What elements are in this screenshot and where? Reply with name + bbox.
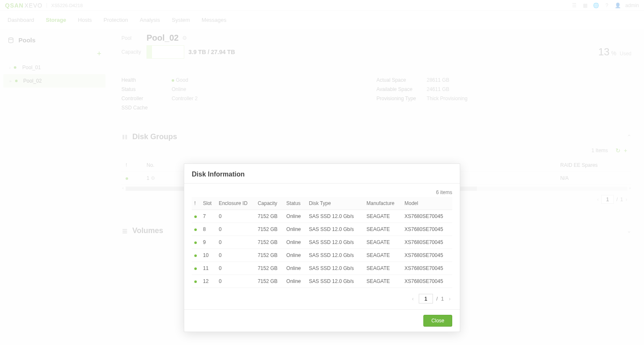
cell-capacity: 7152 GB	[255, 236, 283, 249]
cell-model: XS7680SE70045	[402, 223, 452, 236]
disk-col-header: Enclosure ID	[216, 197, 255, 210]
cell-slot: 7	[201, 210, 216, 223]
status-dot-icon	[194, 254, 197, 257]
disk-col-header: Status	[284, 197, 307, 210]
cell-disk-type: SAS SSD 12.0 Gb/s	[307, 249, 364, 262]
cell-capacity: 7152 GB	[255, 249, 283, 262]
disk-col-header: Capacity	[255, 197, 283, 210]
pager-next-icon[interactable]: ›	[447, 296, 452, 302]
table-row[interactable]: 1007152 GBOnlineSAS SSD 12.0 Gb/sSEAGATE…	[192, 249, 452, 262]
cell-model: XS7680SE70045	[402, 236, 452, 249]
modal-title: Disk Information	[184, 164, 460, 184]
cell-disk-type: SAS SSD 12.0 Gb/s	[307, 223, 364, 236]
cell-capacity: 7152 GB	[255, 223, 283, 236]
pager-page-input[interactable]	[419, 294, 433, 303]
disk-table-header: !SlotEnclosure IDCapacityStatusDisk Type…	[192, 197, 452, 210]
cell-model: XS7680SE70045	[402, 262, 452, 275]
close-button[interactable]: Close	[423, 315, 452, 327]
cell-status: Online	[284, 236, 307, 249]
cell-disk-type: SAS SSD 12.0 Gb/s	[307, 275, 364, 288]
disk-info-modal: Disk Information 6 items !SlotEnclosure …	[184, 163, 460, 332]
disk-table: !SlotEnclosure IDCapacityStatusDisk Type…	[192, 197, 452, 288]
cell-enclosure: 0	[216, 249, 255, 262]
table-row[interactable]: 1107152 GBOnlineSAS SSD 12.0 Gb/sSEAGATE…	[192, 262, 452, 275]
pager-sep: /	[436, 296, 438, 302]
cell-disk-type: SAS SSD 12.0 Gb/s	[307, 210, 364, 223]
cell-capacity: 7152 GB	[255, 275, 283, 288]
disk-col-header: Slot	[201, 197, 216, 210]
cell-capacity: 7152 GB	[255, 210, 283, 223]
disk-col-header: Disk Type	[307, 197, 364, 210]
cell-manufacture: SEAGATE	[364, 262, 402, 275]
cell-slot: 12	[201, 275, 216, 288]
disk-col-header: !	[192, 197, 201, 210]
cell-enclosure: 0	[216, 275, 255, 288]
cell-capacity: 7152 GB	[255, 262, 283, 275]
cell-status: Online	[284, 223, 307, 236]
cell-enclosure: 0	[216, 262, 255, 275]
cell-manufacture: SEAGATE	[364, 210, 402, 223]
cell-slot: 9	[201, 236, 216, 249]
status-dot-icon	[194, 280, 197, 283]
cell-slot: 11	[201, 262, 216, 275]
cell-manufacture: SEAGATE	[364, 249, 402, 262]
table-row[interactable]: 1207152 GBOnlineSAS SSD 12.0 Gb/sSEAGATE…	[192, 275, 452, 288]
table-row[interactable]: 907152 GBOnlineSAS SSD 12.0 Gb/sSEAGATEX…	[192, 236, 452, 249]
status-dot-icon	[194, 228, 197, 231]
cell-status: Online	[284, 210, 307, 223]
cell-enclosure: 0	[216, 223, 255, 236]
cell-status: Online	[284, 275, 307, 288]
disk-col-header: Manufacture	[364, 197, 402, 210]
pager-prev-icon[interactable]: ‹	[410, 296, 415, 302]
disk-col-header: Model	[402, 197, 452, 210]
cell-enclosure: 0	[216, 210, 255, 223]
modal-overlay: Disk Information 6 items !SlotEnclosure …	[0, 0, 644, 345]
status-dot-icon	[194, 215, 197, 218]
cell-status: Online	[284, 249, 307, 262]
cell-disk-type: SAS SSD 12.0 Gb/s	[307, 236, 364, 249]
table-row[interactable]: 807152 GBOnlineSAS SSD 12.0 Gb/sSEAGATEX…	[192, 223, 452, 236]
cell-manufacture: SEAGATE	[364, 223, 402, 236]
cell-model: XS7680SE70045	[402, 275, 452, 288]
cell-manufacture: SEAGATE	[364, 275, 402, 288]
modal-items-count: 6 items	[192, 188, 452, 197]
status-dot-icon	[194, 241, 197, 244]
modal-pager: ‹ / 1 ›	[192, 288, 452, 309]
cell-disk-type: SAS SSD 12.0 Gb/s	[307, 262, 364, 275]
cell-manufacture: SEAGATE	[364, 236, 402, 249]
cell-model: XS7680SE70045	[402, 210, 452, 223]
cell-model: XS7680SE70045	[402, 249, 452, 262]
cell-enclosure: 0	[216, 236, 255, 249]
pager-total: 1	[441, 296, 444, 302]
table-row[interactable]: 707152 GBOnlineSAS SSD 12.0 Gb/sSEAGATEX…	[192, 210, 452, 223]
cell-status: Online	[284, 262, 307, 275]
status-dot-icon	[194, 267, 197, 270]
cell-slot: 10	[201, 249, 216, 262]
cell-slot: 8	[201, 223, 216, 236]
